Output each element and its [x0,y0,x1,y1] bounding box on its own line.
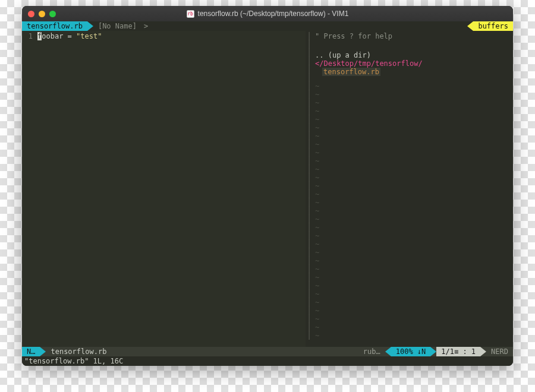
status-spacer [111,347,358,356]
nerdtree-help: " Press ? for help [315,32,511,40]
code-string: "test" [76,32,102,40]
status-nerdtree-label: NERD [486,347,513,356]
ruby-file-icon: rb [187,10,194,18]
vertical-split-divider[interactable]: │ ││││││││││││││││││││││││││││││││││││ [306,31,313,347]
status-percent: 100% ↓N [391,347,431,356]
status-filename: tensorflow.rb [46,347,111,356]
close-icon[interactable] [28,11,34,17]
tab-separator-icon [87,21,93,31]
empty-line-tildes: ~~~~~~~~~~~~~~~~~~~~~~~~~~~~~~~ [315,82,319,340]
nerdtree-pane[interactable]: " Press ? for help .. (up a dir) </Deskt… [313,31,513,347]
window-title: rb tensorflow.rb (~/Desktop/tmp/tensorfl… [22,10,513,18]
tab-active[interactable]: tensorflow.rb [22,21,87,31]
nerdtree-selected-file[interactable]: tensorflow.rb [322,68,380,76]
buffer-line: tensorflow.rb [No Name] > buffers [22,21,513,31]
buffers-pill[interactable]: buffers [473,21,513,31]
pill-separator-icon [467,21,473,31]
status-mode: N… [22,347,40,356]
status-sep-icon [430,347,436,356]
status-sep-icon [480,347,486,356]
mac-titlebar: rb tensorflow.rb (~/Desktop/tmp/tensorfl… [22,6,513,21]
line-number-gutter: 1 [22,31,35,347]
split-container: 1 foobar = "test" │ ││││││││││││││││││││… [22,31,513,347]
status-line: N… tensorflow.rb rub… 100% ↓N 1/1≡ : 1 N… [22,347,513,356]
status-position: 1/1≡ : 1 [436,347,480,356]
status-filetype: rub… [358,347,385,356]
editor-content[interactable]: foobar = "test" [35,31,306,347]
window-title-text: tensorflow.rb (~/Desktop/tmp/tensorflow)… [198,10,349,18]
nerdtree-path-text: Desktop/tmp/tensorflow/ [323,59,422,68]
command-line[interactable]: "tensorflow.rb" 1L, 16C [22,356,513,366]
status-sep-icon [40,347,46,356]
vim-area: tensorflow.rb [No Name] > buffers 1 foob… [22,21,513,366]
zoom-icon[interactable] [49,11,56,17]
window-controls [28,11,56,17]
folder-collapse-icon: </ [315,59,323,68]
minimize-icon[interactable] [39,11,45,17]
tab-inactive[interactable]: [No Name] [93,21,141,31]
terminal-window: rb tensorflow.rb (~/Desktop/tmp/tensorfl… [22,6,513,366]
nerdtree-root-path[interactable]: </Desktop/tmp/tensorflow/ [315,59,511,68]
editor-pane[interactable]: 1 foobar = "test" [22,31,306,347]
code-text: oobar = [42,32,76,40]
nerdtree-updir[interactable]: .. (up a dir) [315,51,511,59]
status-sep-icon [385,347,391,356]
bufline-spacer [150,21,467,31]
split-handle-icon: │ [307,32,311,40]
breadcrumb-separator: > [141,21,150,31]
line-number: 1 [22,32,33,40]
